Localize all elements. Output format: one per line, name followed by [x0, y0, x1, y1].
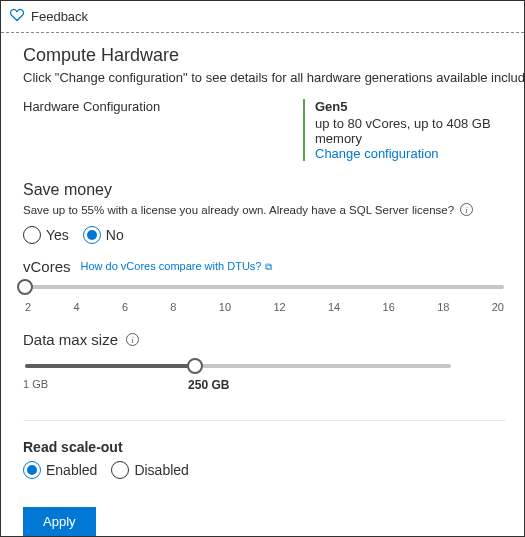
change-configuration-link[interactable]: Change configuration [315, 146, 506, 161]
data-size-min: 1 GB [23, 378, 48, 392]
hardware-gen: Gen5 [315, 99, 506, 114]
license-no-label: No [106, 227, 124, 243]
license-yes-label: Yes [46, 227, 69, 243]
divider [23, 420, 506, 421]
vcores-header: vCores How do vCores compare with DTUs? … [23, 258, 506, 275]
apply-button[interactable]: Apply [23, 507, 96, 536]
data-size-labels: 1 GB 250 GB [23, 378, 453, 392]
read-scale-radio-group: Enabled Disabled [23, 461, 506, 479]
license-radio-group: Yes No [23, 226, 506, 244]
radio-circle-icon [23, 226, 41, 244]
license-yes-radio[interactable]: Yes [23, 226, 69, 244]
radio-circle-icon [111, 461, 129, 479]
compute-hardware-title: Compute Hardware [23, 45, 506, 66]
vcores-label: vCores [23, 258, 71, 275]
feedback-bar[interactable]: Feedback [1, 1, 524, 33]
slider-thumb-icon[interactable] [17, 279, 33, 295]
save-money-title: Save money [23, 181, 506, 199]
data-max-size-header: Data max size i [23, 331, 506, 348]
save-money-desc-row: Save up to 55% with a license you alread… [23, 203, 506, 216]
read-scale-out-label: Read scale-out [23, 439, 506, 455]
info-icon[interactable]: i [460, 203, 473, 216]
read-scale-disabled-label: Disabled [134, 462, 188, 478]
heart-icon [9, 7, 25, 26]
vcores-slider[interactable] [23, 285, 506, 289]
radio-circle-icon [23, 461, 41, 479]
hardware-config-label: Hardware Configuration [23, 99, 303, 114]
data-max-size-label: Data max size [23, 331, 118, 348]
read-scale-enabled-label: Enabled [46, 462, 97, 478]
read-scale-disabled-radio[interactable]: Disabled [111, 461, 188, 479]
license-no-radio[interactable]: No [83, 226, 124, 244]
compute-hardware-desc: Click "Change configuration" to see deta… [23, 70, 506, 85]
feedback-label: Feedback [31, 9, 88, 24]
vcores-help-link[interactable]: How do vCores compare with DTUs? ⧉ [81, 260, 272, 273]
slider-thumb-icon[interactable] [187, 358, 203, 374]
hardware-config-row: Hardware Configuration Gen5 up to 80 vCo… [23, 99, 506, 161]
hardware-config-value: Gen5 up to 80 vCores, up to 408 GB memor… [303, 99, 506, 161]
info-icon[interactable]: i [126, 333, 139, 346]
data-size-value: 250 GB [188, 378, 229, 392]
data-size-slider[interactable] [23, 364, 453, 368]
radio-circle-icon [83, 226, 101, 244]
vcores-ticks: 2 4 6 8 10 12 14 16 18 20 [23, 301, 506, 313]
read-scale-enabled-radio[interactable]: Enabled [23, 461, 97, 479]
external-link-icon: ⧉ [265, 261, 272, 272]
hardware-spec: up to 80 vCores, up to 408 GB memory [315, 116, 506, 146]
save-money-desc: Save up to 55% with a license you alread… [23, 204, 454, 216]
